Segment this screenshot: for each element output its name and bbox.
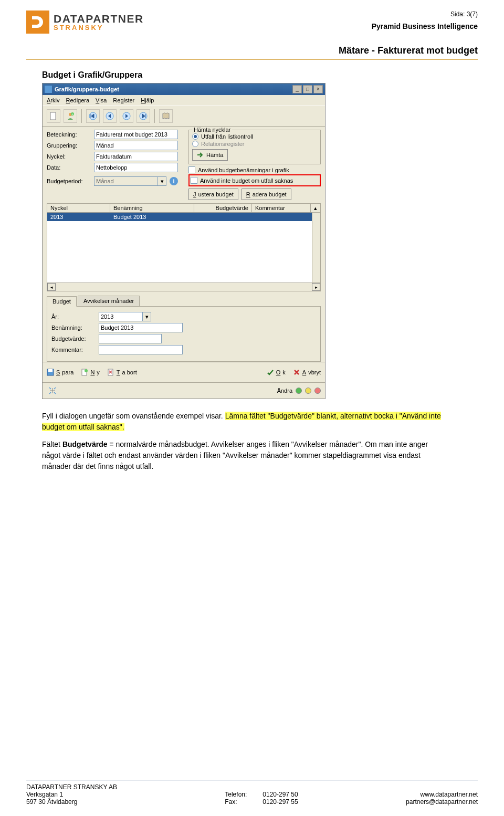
titlebar: Grafik/gruppera-budget _ □ × xyxy=(43,83,325,95)
menu-register[interactable]: Register xyxy=(113,97,134,103)
menu-hjalp[interactable]: Hjälp xyxy=(141,97,154,103)
footer-email: partners@datapartner.net xyxy=(406,798,478,805)
toolbar-btn-user-icon[interactable]: + xyxy=(64,109,77,123)
toolbar-btn-prev-icon[interactable] xyxy=(103,109,117,123)
toolbar: + xyxy=(43,106,325,127)
grid-cell xyxy=(194,213,252,221)
footer-addr1: Verksgatan 1 xyxy=(26,791,117,798)
svg-rect-0 xyxy=(50,112,56,120)
radio-utfall-label: Utfall från listkontroll xyxy=(201,133,253,140)
toolbar-btn-new-icon[interactable] xyxy=(47,109,60,123)
menubar: Arkiv Redigera Visa Register Hjälp xyxy=(43,95,325,106)
scroll-up-icon[interactable]: ▴ xyxy=(311,204,320,212)
page-footer: DATAPARTNER STRANSKY AB Verksgatan 1 597… xyxy=(26,780,478,805)
toolbar-btn-book-icon[interactable] xyxy=(159,109,173,123)
spara-button[interactable]: Spara xyxy=(47,367,74,378)
benamning-input[interactable] xyxy=(99,323,183,332)
data-input[interactable] xyxy=(94,163,178,172)
grid-body[interactable]: 2013 Budget 2013 ◂▸ xyxy=(47,213,321,291)
checkbox-utfall-saknas[interactable]: Använd inte budget om utfall saknas xyxy=(191,177,319,184)
toolbar-btn-next-icon[interactable] xyxy=(120,109,133,123)
ben-label: Benämning: xyxy=(51,325,99,331)
grid-row[interactable]: 2013 Budget 2013 xyxy=(47,213,320,221)
info-icon[interactable]: i xyxy=(170,177,178,185)
budgetperiod-label: Budgetperiod: xyxy=(47,178,94,184)
avbryt-button[interactable]: Avbryt xyxy=(293,367,321,378)
logo: DATAPARTNER STRANSKY xyxy=(26,11,144,34)
expand-button[interactable] xyxy=(47,385,58,396)
body-p1a: Fyll i dialogen ungefär som ovanstående … xyxy=(42,412,225,420)
ok-button[interactable]: Ok xyxy=(267,367,286,378)
nyckel-input[interactable] xyxy=(94,152,178,161)
tabort-button[interactable]: Ta bort xyxy=(107,367,137,378)
dialog-window: Grafik/gruppera-budget _ □ × Arkiv Redig… xyxy=(42,83,326,399)
grid-header-kommentar[interactable]: Kommentar xyxy=(252,204,311,212)
kommentar-input[interactable] xyxy=(99,345,183,354)
vertical-scrollbar[interactable] xyxy=(312,213,320,283)
horizontal-scrollbar[interactable]: ◂▸ xyxy=(47,283,320,291)
radio-relation-label: Relationsregister xyxy=(201,141,245,147)
svg-text:+: + xyxy=(71,112,74,116)
bv-label: Budgetvärde: xyxy=(51,336,99,342)
fieldset-legend: Hämta nycklar xyxy=(192,127,232,133)
minimize-button[interactable]: _ xyxy=(292,85,302,93)
maximize-button[interactable]: □ xyxy=(303,85,312,93)
ny-button[interactable]: Ny xyxy=(81,367,99,378)
checkbox-budgetbenamningar[interactable]: Använd budgetbenämningar i grafik xyxy=(188,166,321,173)
status-bar: Ändra xyxy=(43,382,325,399)
budgetvarde-input[interactable] xyxy=(99,334,162,343)
grid-header-benamning[interactable]: Benämning xyxy=(110,204,194,212)
chevron-down-icon[interactable]: ▾ xyxy=(158,176,166,186)
section-title: Budget i Grafik/Gruppera xyxy=(42,70,478,80)
checkbox-label: Använd inte budget om utfall saknas xyxy=(200,177,293,184)
grid-header-budgetvarde[interactable]: Budgetvärde xyxy=(194,204,252,212)
gruppering-input[interactable] xyxy=(94,141,178,150)
titlebar-icon xyxy=(45,86,52,93)
header-divider xyxy=(26,59,478,60)
scroll-left-icon[interactable]: ◂ xyxy=(47,283,56,291)
budgetperiod-select[interactable] xyxy=(94,176,158,186)
menu-visa[interactable]: Visa xyxy=(96,97,107,103)
ar-select[interactable] xyxy=(99,312,143,321)
menu-arkiv[interactable]: Arkiv xyxy=(47,97,59,103)
nyckel-label: Nyckel: xyxy=(47,153,94,160)
tab-budget[interactable]: Budget xyxy=(47,296,77,307)
toolbar-btn-last-icon[interactable] xyxy=(136,109,150,123)
hamta-nycklar-fieldset: Hämta nycklar Utfall från listkontroll R… xyxy=(188,130,321,164)
footer-company: DATAPARTNER STRANSKY AB xyxy=(26,783,117,791)
toolbar-btn-first-icon[interactable] xyxy=(86,109,100,123)
doc-group: Pyramid Business Intelligence xyxy=(372,22,478,30)
radio-utfall[interactable]: Utfall från listkontroll xyxy=(192,133,317,140)
logo-main-text: DATAPARTNER xyxy=(54,13,144,24)
footer-tel-label: Telefon: xyxy=(225,791,247,798)
hamta-button[interactable]: Hämta xyxy=(192,149,228,161)
chevron-down-icon[interactable]: ▾ xyxy=(143,312,151,321)
toolbar-separator xyxy=(154,109,155,123)
grid-cell xyxy=(252,213,320,221)
menu-redigera[interactable]: Redigera xyxy=(66,97,89,103)
grid-cell: Budget 2013 xyxy=(110,213,194,221)
beteckning-label: Beteckning: xyxy=(47,131,94,138)
scroll-right-icon[interactable]: ▸ xyxy=(312,283,320,291)
status-dot-yellow-icon xyxy=(305,388,311,394)
radio-relation[interactable]: Relationsregister xyxy=(192,141,317,147)
footer-fax-value: 0120-297 55 xyxy=(262,798,298,805)
justera-budget-button[interactable]: Justera budget xyxy=(188,189,238,200)
close-button[interactable]: × xyxy=(313,85,323,93)
logo-sub-text: STRANSKY xyxy=(54,24,144,31)
ar-label: År: xyxy=(51,313,99,320)
grid-header-nyckel[interactable]: Nyckel xyxy=(47,204,110,212)
checkbox-icon xyxy=(188,166,195,173)
data-label: Data: xyxy=(47,164,94,171)
footer-fax-label: Fax: xyxy=(225,798,247,805)
radera-budget-button[interactable]: Radera budget xyxy=(242,189,291,200)
body-p2b: Budgetvärde xyxy=(62,440,108,448)
radio-icon xyxy=(192,141,198,147)
kom-label: Kommentar: xyxy=(51,347,99,353)
svg-point-11 xyxy=(85,369,88,372)
budget-tab-panel: År: ▾ Benämning: Budgetvärde: Kommentar: xyxy=(47,307,321,362)
checkbox-label: Använd budgetbenämningar i grafik xyxy=(198,167,289,173)
tab-avvikelser[interactable]: Avvikelser månader xyxy=(78,296,140,306)
footer-web: www.datapartner.net xyxy=(406,791,478,798)
beteckning-input[interactable] xyxy=(94,130,178,139)
